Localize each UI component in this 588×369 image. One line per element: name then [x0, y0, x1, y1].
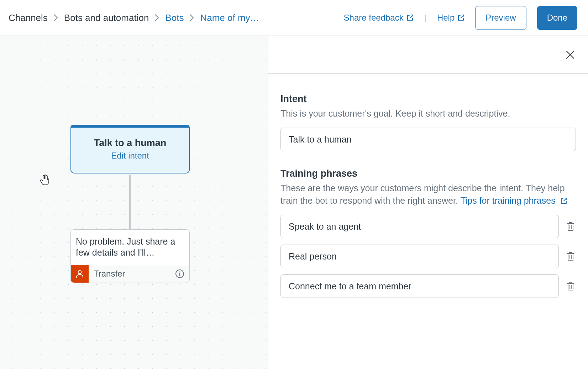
- help-label: Help: [437, 13, 455, 23]
- hand-cursor-icon: [40, 174, 51, 186]
- chevron-right-icon: [53, 14, 58, 22]
- training-phrase-row: [280, 215, 576, 238]
- header-actions: Share feedback | Help Preview Done: [344, 6, 577, 30]
- intent-node[interactable]: Talk to a human Edit intent: [70, 125, 190, 173]
- external-link-icon: [457, 14, 464, 21]
- intent-node-title: Talk to a human: [94, 138, 167, 149]
- training-phrase-input[interactable]: [280, 215, 559, 238]
- training-phrase-input[interactable]: [280, 274, 559, 298]
- breadcrumb-current[interactable]: Name of my…: [200, 12, 259, 23]
- breadcrumb-channels[interactable]: Channels: [9, 12, 48, 23]
- share-feedback-link[interactable]: Share feedback: [344, 13, 414, 23]
- edit-intent-link[interactable]: Edit intent: [111, 151, 149, 161]
- delete-phrase-button[interactable]: [565, 251, 576, 261]
- intent-description: This is your customer's goal. Keep it sh…: [280, 107, 576, 120]
- message-node-text: No problem. Just share a few details and…: [71, 230, 189, 265]
- breadcrumb-bots[interactable]: Bots: [165, 12, 184, 23]
- intent-heading: Intent: [280, 93, 576, 105]
- svg-point-0: [78, 271, 82, 274]
- breadcrumb: Channels Bots and automation Bots Name o…: [9, 12, 259, 23]
- external-link-icon: [406, 14, 414, 21]
- transfer-label: Transfer: [89, 269, 175, 279]
- info-icon[interactable]: [175, 269, 189, 278]
- breadcrumb-bots-automation[interactable]: Bots and automation: [64, 12, 149, 23]
- person-icon: [71, 265, 89, 283]
- chevron-right-icon: [154, 14, 159, 22]
- intent-side-panel: Intent This is your customer's goal. Kee…: [268, 36, 588, 369]
- header: Channels Bots and automation Bots Name o…: [0, 0, 588, 36]
- delete-phrase-button[interactable]: [565, 281, 576, 291]
- close-button[interactable]: [565, 50, 575, 60]
- tips-link[interactable]: Tips for training phrases: [460, 196, 567, 205]
- divider: |: [424, 13, 426, 23]
- message-node-footer: Transfer: [71, 265, 189, 283]
- flow-canvas[interactable]: Talk to a human Edit intent No problem. …: [0, 36, 268, 369]
- share-feedback-label: Share feedback: [344, 13, 404, 23]
- panel-body: Intent This is your customer's goal. Kee…: [268, 74, 588, 304]
- connector-line: [129, 175, 131, 229]
- training-phrase-row: [280, 274, 576, 298]
- svg-rect-3: [179, 273, 180, 276]
- training-phrases-heading: Training phrases: [280, 168, 576, 179]
- preview-button[interactable]: Preview: [475, 6, 526, 30]
- delete-phrase-button[interactable]: [565, 221, 576, 231]
- done-button[interactable]: Done: [537, 6, 577, 30]
- message-node[interactable]: No problem. Just share a few details and…: [70, 229, 190, 283]
- intent-input[interactable]: [280, 128, 576, 151]
- chevron-right-icon: [189, 14, 194, 22]
- training-phrase-input[interactable]: [280, 245, 559, 268]
- help-link[interactable]: Help: [437, 13, 464, 23]
- main: Talk to a human Edit intent No problem. …: [0, 36, 588, 369]
- training-phrase-row: [280, 245, 576, 268]
- svg-point-2: [179, 272, 180, 273]
- training-phrases-description: These are the ways your customers might …: [280, 182, 576, 207]
- panel-header: [268, 36, 588, 74]
